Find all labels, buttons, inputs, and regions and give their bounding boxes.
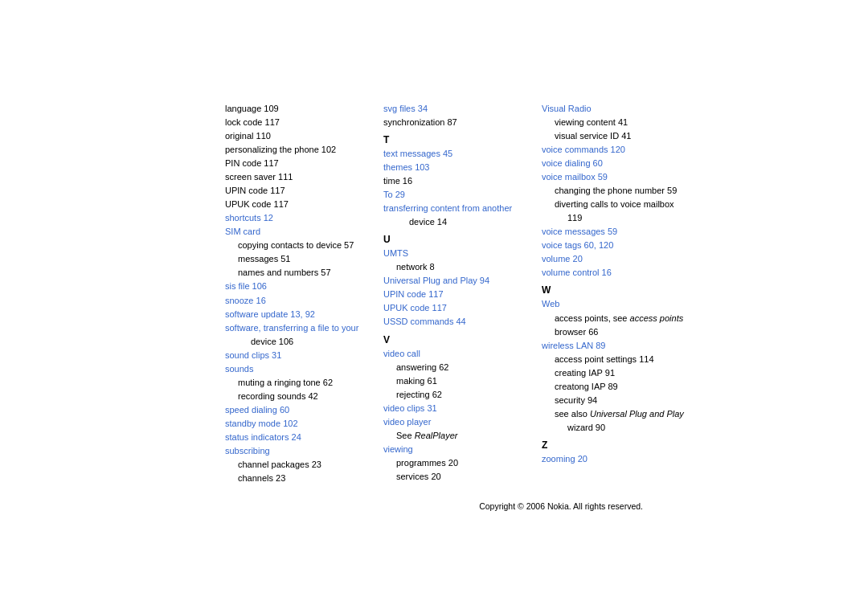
video-clips-link[interactable]: video clips 31 — [383, 402, 485, 415]
ussd-commands-link[interactable]: USSD commands 44 — [383, 315, 485, 329]
list-item: personalizing the phone 102 — [225, 143, 326, 157]
list-item: diverting calls to voice mailbox — [542, 198, 643, 211]
index-column-1: language 109 lock code 117 original 110 … — [225, 102, 326, 485]
sounds-link[interactable]: sounds — [225, 362, 326, 376]
universal-plug-link[interactable]: Universal Plug and Play 94 — [383, 274, 485, 288]
list-item: recording sounds 42 — [225, 390, 326, 403]
list-item: network 8 — [383, 260, 485, 274]
umts-link[interactable]: UMTS — [383, 247, 485, 260]
list-item: See RealPlayer — [383, 429, 485, 443]
list-item: copying contacts to device 57 — [225, 239, 326, 252]
list-item: channel packages 23 — [225, 458, 326, 472]
list-item: see also Universal Plug and Play — [542, 407, 643, 421]
video-call-link[interactable]: video call — [383, 347, 485, 361]
software-update-link[interactable]: software update 13, 92 — [225, 308, 326, 321]
transferring-link[interactable]: transferring content from another — [383, 202, 485, 215]
list-item: creating IAP 91 — [542, 366, 643, 380]
text-messages-link[interactable]: text messages 45 — [383, 147, 485, 161]
wireless-lan-link[interactable]: wireless LAN 89 — [542, 339, 643, 353]
list-item: rejecting 62 — [383, 388, 485, 402]
list-item: channels 23 — [225, 472, 326, 485]
svg-files-link[interactable]: svg files 34 — [383, 102, 485, 116]
list-item: programmes 20 — [383, 456, 485, 470]
video-player-link[interactable]: video player — [383, 415, 485, 429]
list-item: viewing content 41 — [542, 116, 643, 129]
list-item: PIN code 117 — [225, 157, 326, 170]
to-link[interactable]: To 29 — [383, 188, 485, 202]
list-item: services 20 — [383, 470, 485, 484]
index-column-3: Visual Radio viewing content 41 visual s… — [542, 102, 643, 466]
standby-mode-link[interactable]: standby mode 102 — [225, 417, 326, 431]
index-column-2: svg files 34 synchronization 87 T text m… — [383, 102, 485, 484]
list-item: security 94 — [542, 394, 643, 407]
list-item: time 16 — [383, 174, 485, 188]
section-U: U — [383, 234, 485, 245]
list-item: wizard 90 — [542, 421, 643, 435]
index-columns: language 109 lock code 117 original 110 … — [225, 102, 643, 485]
snooze-link[interactable]: snooze 16 — [225, 294, 326, 308]
voice-dialing-link[interactable]: voice dialing 60 — [542, 157, 643, 170]
list-item: messages 51 — [225, 252, 326, 266]
list-item: device 106 — [225, 335, 326, 349]
volume-control-link[interactable]: volume control 16 — [542, 266, 643, 280]
section-V: V — [383, 334, 485, 345]
section-T: T — [383, 134, 485, 145]
status-indicators-link[interactable]: status indicators 24 — [225, 431, 326, 444]
zooming-link[interactable]: zooming 20 — [542, 452, 643, 466]
voice-commands-link[interactable]: voice commands 120 — [542, 143, 643, 157]
section-Z: Z — [542, 439, 643, 451]
upuk-code-link[interactable]: UPUK code 117 — [383, 301, 485, 315]
list-item: UPUK code 117 — [225, 198, 326, 211]
list-item: language 109 — [225, 102, 326, 116]
sis-file-link[interactable]: sis file 106 — [225, 280, 326, 293]
voice-messages-link[interactable]: voice messages 59 — [542, 225, 643, 239]
list-item: names and numbers 57 — [225, 266, 326, 280]
list-item: changing the phone number 59 — [542, 184, 643, 198]
list-item: access points, see access points — [542, 312, 643, 325]
list-item: access point settings 114 — [542, 353, 643, 366]
list-item: answering 62 — [383, 361, 485, 374]
section-W: W — [542, 284, 643, 296]
themes-link[interactable]: themes 103 — [383, 161, 485, 174]
list-item: device 14 — [383, 215, 485, 229]
upin-code-link[interactable]: UPIN code 117 — [383, 288, 485, 301]
list-item: browser 66 — [542, 325, 643, 339]
web-link[interactable]: Web — [542, 297, 643, 311]
list-item: making 61 — [383, 374, 485, 388]
visual-radio-link[interactable]: Visual Radio — [542, 102, 643, 116]
volume-link[interactable]: volume 20 — [542, 252, 643, 266]
list-item: 119 — [542, 211, 643, 225]
software-transfer-link[interactable]: software, transferring a file to your — [225, 321, 326, 335]
speed-dialing-link[interactable]: speed dialing 60 — [225, 403, 326, 417]
list-item: synchronization 87 — [383, 116, 485, 129]
viewing-link[interactable]: viewing — [383, 443, 485, 456]
list-item: lock code 117 — [225, 116, 326, 129]
list-item: screen saver 111 — [225, 170, 326, 184]
list-item: visual service ID 41 — [542, 129, 643, 143]
page-container: language 109 lock code 117 original 110 … — [209, 86, 659, 527]
list-item: original 110 — [225, 129, 326, 143]
list-item: muting a ringing tone 62 — [225, 376, 326, 390]
sim-card-link[interactable]: SIM card — [225, 225, 326, 239]
list-item: UPIN code 117 — [225, 184, 326, 198]
shortcuts-link[interactable]: shortcuts 12 — [225, 211, 326, 225]
copyright-text: Copyright © 2006 Nokia. All rights reser… — [225, 501, 643, 511]
list-item: creatong IAP 89 — [542, 380, 643, 394]
subscribing-link[interactable]: subscribing — [225, 444, 326, 458]
voice-mailbox-link[interactable]: voice mailbox 59 — [542, 170, 643, 184]
sound-clips-link[interactable]: sound clips 31 — [225, 349, 326, 362]
voice-tags-link[interactable]: voice tags 60, 120 — [542, 239, 643, 252]
